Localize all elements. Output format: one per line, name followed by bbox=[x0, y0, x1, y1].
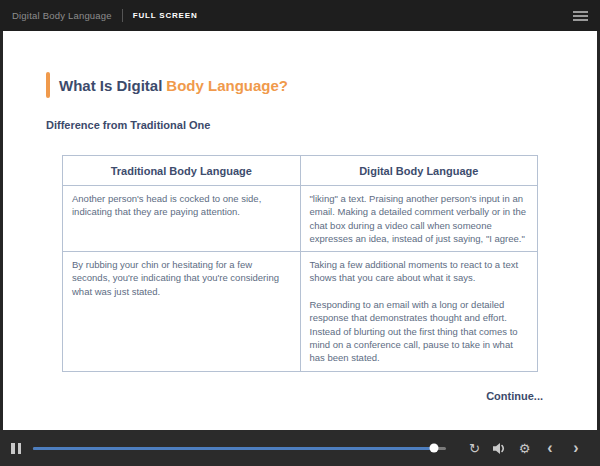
table-cell-digital-2: Taking a few additional moments to react… bbox=[300, 252, 538, 371]
table-header-digital: Digital Body Language bbox=[300, 156, 538, 186]
previous-icon[interactable]: ‹ bbox=[537, 440, 563, 456]
next-icon[interactable]: › bbox=[563, 440, 589, 456]
table-cell-traditional-2: By rubbing your chin or hesitating for a… bbox=[63, 252, 301, 371]
table-row: By rubbing your chin or hesitating for a… bbox=[63, 252, 538, 371]
page-title-accent: Body Language? bbox=[166, 77, 288, 94]
player-bar: ↻ ⚙ ‹ › bbox=[0, 430, 600, 466]
seekbar-thumb[interactable] bbox=[429, 444, 438, 453]
continue-button[interactable]: Continue... bbox=[486, 390, 543, 402]
table-cell-traditional-1: Another person's head is cocked to one s… bbox=[63, 186, 301, 252]
slide-subtitle: Difference from Traditional One bbox=[46, 119, 210, 131]
fullscreen-button[interactable]: FULL SCREEN bbox=[133, 11, 198, 20]
slide-title-block: What Is DigitalBody Language? bbox=[46, 72, 288, 98]
seekbar-fill bbox=[33, 447, 434, 450]
page-title: What Is DigitalBody Language? bbox=[59, 77, 288, 94]
seekbar[interactable] bbox=[33, 447, 446, 450]
top-bar: Digital Body Language FULL SCREEN bbox=[0, 0, 600, 31]
title-accent-bar bbox=[46, 72, 50, 98]
table-row: Another person's head is cocked to one s… bbox=[63, 186, 538, 252]
pause-icon[interactable] bbox=[11, 443, 21, 454]
replay-icon[interactable]: ↻ bbox=[462, 442, 487, 455]
slide-stage: What Is DigitalBody Language? Difference… bbox=[3, 31, 597, 430]
page-title-primary: What Is Digital bbox=[59, 77, 162, 94]
table-header-traditional: Traditional Body Language bbox=[63, 156, 301, 186]
table-header-row: Traditional Body Language Digital Body L… bbox=[63, 156, 538, 186]
course-title: Digital Body Language bbox=[12, 10, 112, 21]
volume-icon[interactable] bbox=[487, 442, 512, 455]
table-cell-digital-1: "liking" a text. Praising another person… bbox=[300, 186, 538, 252]
topbar-divider bbox=[122, 9, 123, 22]
settings-icon[interactable]: ⚙ bbox=[512, 442, 537, 455]
menu-icon[interactable] bbox=[573, 11, 588, 21]
comparison-table: Traditional Body Language Digital Body L… bbox=[62, 155, 538, 372]
